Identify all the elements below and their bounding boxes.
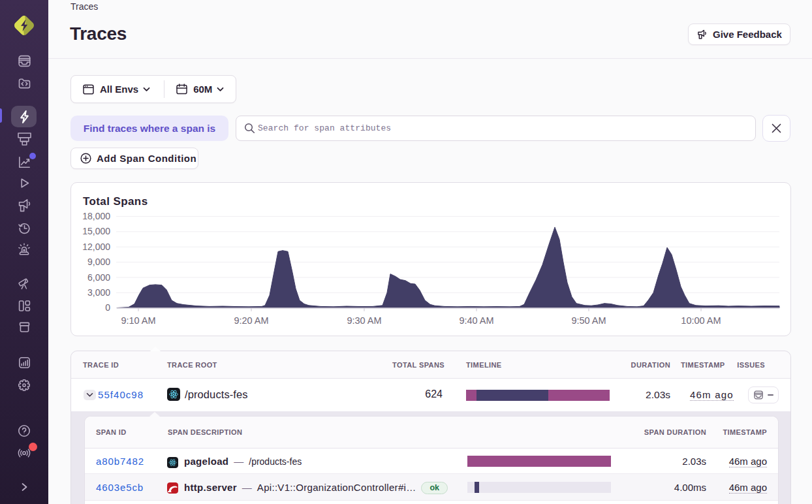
svg-text:9:10 AM: 9:10 AM <box>121 315 155 326</box>
svg-text:3,000: 3,000 <box>87 287 110 298</box>
svg-text:18,000: 18,000 <box>82 211 110 221</box>
svg-text:9:20 AM: 9:20 AM <box>234 315 268 326</box>
svg-text:9:30 AM: 9:30 AM <box>347 315 381 326</box>
svg-text:6,000: 6,000 <box>87 272 110 283</box>
svg-text:9:50 AM: 9:50 AM <box>571 315 606 326</box>
svg-text:15,000: 15,000 <box>82 226 110 236</box>
svg-text:0: 0 <box>105 302 110 313</box>
svg-text:12,000: 12,000 <box>82 242 110 252</box>
svg-text:9:40 AM: 9:40 AM <box>459 315 493 326</box>
svg-text:9,000: 9,000 <box>87 257 110 267</box>
svg-text:10:00 AM: 10:00 AM <box>681 315 721 326</box>
